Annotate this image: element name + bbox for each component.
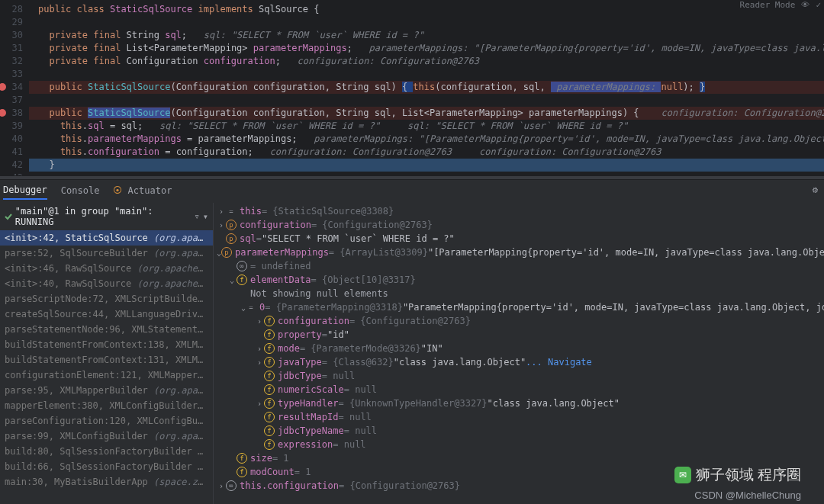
stack-frame[interactable]: createSqlSource:44, XMLLanguageDriver (o… [0, 307, 213, 322]
variable-row[interactable]: ›∞ = undefined [214, 259, 824, 273]
variable-row[interactable]: ›fmodCount = 1 [214, 465, 824, 479]
code-line[interactable]: this.parameterMappings = parameterMappin… [29, 133, 824, 146]
stack-frame[interactable]: parse:95, XMLMapperBuilder (org.apache.i… [0, 383, 213, 398]
filter-icon[interactable]: ▿ [195, 211, 200, 222]
stack-frame[interactable]: parseConfiguration:120, XMLConfigBuilder… [0, 413, 213, 429]
stack-frame[interactable]: main:30, MyBatisBuilderApp (space.zlyx.m… [0, 474, 213, 490]
variable-row[interactable]: ›fproperty = "id" [214, 328, 824, 342]
tab-actuator[interactable]: ⦿ Actuator [113, 185, 172, 199]
stack-frame[interactable]: buildStatementFromContext:131, XMLMapper… [0, 352, 213, 368]
stack-frame[interactable]: parseScriptNode:72, XMLScriptBuilder (or… [0, 291, 213, 307]
chevron-down-icon[interactable]: ▾ [203, 211, 208, 222]
variable-row[interactable]: ›fexpression = null [214, 438, 824, 451]
stack-frame[interactable]: parse:52, SqlSourceBuilder (org.apache.i… [0, 246, 213, 261]
editor-gutter[interactable]: 2829303132333437383940414243 [0, 0, 29, 175]
thread-selector[interactable]: "main"@1 in group "main": RUNNING ▿ ▾ [0, 203, 213, 230]
variable-row[interactable]: ⌄pparameterMappings = {ArrayList@3309} "… [214, 246, 824, 259]
check-icon: ✓ [816, 0, 821, 10]
stack-frame[interactable]: <init>:42, StaticSqlSource (org.apache.i… [0, 230, 213, 246]
code-line[interactable]: private final Configuration configuratio… [29, 55, 824, 68]
code-line[interactable] [29, 16, 824, 29]
stack-frame[interactable]: <init>:46, RawSqlSource (org.apache.ibat… [0, 261, 213, 276]
variable-row[interactable]: ›fjdbcTypeName = null [214, 424, 824, 438]
debug-panel: ⚙ Debugger Console ⦿ Actuator "main"@1 i… [0, 180, 824, 504]
thread-name: "main"@1 in group "main": RUNNING [15, 206, 195, 227]
stack-frame[interactable]: configurationElement:121, XMLMapperBuild… [0, 368, 213, 383]
code-editor[interactable]: Reader Mode 👁 ✓ 282930313233343738394041… [0, 0, 824, 175]
code-line[interactable]: private final String sql; sql: "SELECT *… [29, 29, 824, 42]
code-line[interactable]: this.sql = sql; sql: "SELECT * FROM `use… [29, 120, 824, 133]
code-line[interactable]: public class StaticSqlSource implements … [29, 3, 824, 16]
stack-frame[interactable]: buildStatementFromContext:138, XMLMapper… [0, 337, 213, 352]
variable-row[interactable]: ›∞this.configuration = {Configuration@27… [214, 479, 824, 493]
code-line[interactable]: public StaticSqlSource(Configuration con… [29, 107, 824, 120]
variable-row[interactable]: ›fjavaType = {Class@632} "class java.lan… [214, 355, 824, 369]
code-line[interactable] [29, 94, 824, 107]
code-line[interactable]: } [29, 159, 824, 172]
gear-icon[interactable]: ⚙ [813, 185, 818, 195]
view-link[interactable]: ... Navigate [526, 357, 592, 368]
stack-frame[interactable]: build:80, SqlSessionFactoryBuilder (org.… [0, 444, 213, 459]
variables-panel[interactable]: ›=this = {StaticSqlSource@3308} ›pconfig… [214, 203, 824, 504]
code-line[interactable]: this.configuration = configuration; conf… [29, 146, 824, 159]
variable-row[interactable]: ›fresultMapId = null [214, 410, 824, 424]
variable-row[interactable]: ⌄felementData = {Object[10]@3317} [214, 273, 824, 287]
frame-list[interactable]: <init>:42, StaticSqlSource (org.apache.i… [0, 230, 213, 504]
reader-mode-bar: Reader Mode 👁 ✓ [740, 0, 821, 10]
variable-row[interactable]: ›fnumericScale = null [214, 383, 824, 396]
stack-frame[interactable]: parseStatementNode:96, XMLStatementBuild… [0, 322, 213, 337]
debug-tabs: Debugger Console ⦿ Actuator [0, 180, 824, 203]
stack-frame[interactable]: build:66, SqlSessionFactoryBuilder (org.… [0, 459, 213, 474]
editor-code-area[interactable]: public class StaticSqlSource implements … [29, 0, 824, 175]
reader-mode-label[interactable]: Reader Mode [740, 0, 796, 10]
code-line[interactable] [29, 172, 824, 175]
tab-console[interactable]: Console [61, 185, 100, 199]
inspections-icon[interactable]: 👁 [801, 0, 810, 10]
stack-frame[interactable]: <init>:40, RawSqlSource (org.apache.ibat… [0, 276, 213, 291]
code-line[interactable]: private final List<ParameterMapping> par… [29, 42, 824, 55]
variable-row[interactable]: ›fjdbcType = null [214, 369, 824, 383]
variable-row[interactable]: ›fsize = 1 [214, 451, 824, 465]
variable-row[interactable]: ›ftypeHandler = {UnknownTypeHandler@3327… [214, 396, 824, 410]
variable-row[interactable]: ›fconfiguration = {Configuration@2763} [214, 314, 824, 328]
code-line[interactable]: public StaticSqlSource(Configuration con… [29, 81, 824, 94]
variable-row[interactable]: ›fmode = {ParameterMode@3326} "IN" [214, 342, 824, 355]
stack-frame[interactable]: parse:99, XMLConfigBuilder (org.apache.i… [0, 429, 213, 444]
tab-debugger[interactable]: Debugger [3, 185, 47, 200]
code-line[interactable] [29, 68, 824, 81]
debug-body: "main"@1 in group "main": RUNNING ▿ ▾ <i… [0, 203, 824, 504]
variable-row[interactable]: ›=this = {StaticSqlSource@3308} [214, 204, 824, 218]
variable-row[interactable]: ›Not showing null elements [214, 287, 824, 300]
variable-row[interactable]: ›psql = "SELECT * FROM `user` WHERE id =… [214, 232, 824, 246]
stack-frame[interactable]: mapperElement:380, XMLConfigBuilder (org… [0, 398, 213, 413]
frames-panel: "main"@1 in group "main": RUNNING ▿ ▾ <i… [0, 203, 214, 504]
actuator-icon: ⦿ [113, 185, 122, 196]
variable-row[interactable]: ›pconfiguration = {Configuration@2763} [214, 218, 824, 232]
check-icon [5, 213, 12, 220]
variable-row[interactable]: ⌄=0 = {ParameterMapping@3318} "Parameter… [214, 300, 824, 314]
